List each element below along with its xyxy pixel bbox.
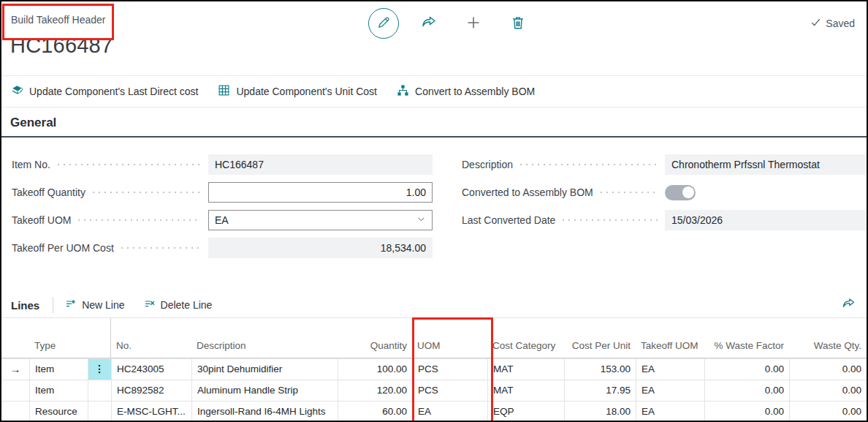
dotted-leader: [563, 219, 658, 221]
row-selector-cell: [1, 401, 29, 422]
cell-takeoff-uom[interactable]: EA: [636, 401, 704, 422]
new-line-label: New Line: [82, 299, 124, 311]
lines-section-heading[interactable]: Lines: [11, 299, 39, 312]
lines-table: Type No. Description Quantity UOM Cost C…: [1, 317, 867, 422]
last-converted-date-label: Last Converted Date: [462, 214, 555, 226]
cell-description[interactable]: Aluminum Handle Strip: [191, 380, 338, 401]
table-row[interactable]: → Item ⋮ HC243005 30pint Dehumidifier 10…: [1, 358, 867, 380]
cell-cost-category[interactable]: MAT: [487, 358, 564, 380]
cell-waste-factor[interactable]: 0.00: [704, 358, 789, 380]
converted-to-assembly-bom-label: Converted to Assembly BOM: [462, 186, 593, 198]
item-no-label: Item No.: [12, 159, 50, 170]
action-label: Convert to Assembly BOM: [415, 86, 535, 97]
header-cell-waste-factor[interactable]: % Waste Factor: [704, 318, 789, 358]
trash-icon: [510, 15, 526, 33]
description-label: Description: [462, 159, 513, 170]
cell-uom[interactable]: EA: [412, 401, 487, 422]
takeoff-uom-label: Takeoff UOM: [12, 214, 71, 226]
cell-takeoff-uom[interactable]: EA: [636, 358, 704, 380]
toggle-knob: [682, 186, 694, 198]
cell-uom[interactable]: PCS: [412, 358, 487, 380]
top-toolbar: [368, 8, 533, 39]
cell-description[interactable]: Ingersoll-Rand I6-4MH Lights: [191, 401, 338, 422]
update-unit-cost-button[interactable]: Update Component's Unit Cost: [218, 84, 377, 99]
cell-waste-qty[interactable]: 0.00: [789, 380, 867, 401]
header-cell-uom[interactable]: UOM: [412, 318, 487, 358]
convert-to-assembly-bom-button[interactable]: Convert to Assembly BOM: [397, 84, 535, 99]
cell-no[interactable]: HC243005: [111, 358, 191, 380]
cell-cost-per-unit[interactable]: 153.00: [564, 358, 636, 380]
header-cell-selector: [1, 318, 29, 358]
table-row[interactable]: Item HC892582 Aluminum Handle Strip 120.…: [1, 380, 867, 401]
delete-record-button[interactable]: [503, 9, 533, 38]
cell-no[interactable]: HC892582: [111, 380, 191, 401]
edit-button[interactable]: [368, 8, 399, 39]
plus-icon: [465, 14, 482, 34]
cell-cost-per-unit[interactable]: 18.00: [564, 401, 636, 422]
cell-quantity[interactable]: 60.00: [338, 401, 412, 422]
toolbar-divider: [53, 297, 53, 313]
takeoff-per-uom-cost-value: 18,534.00: [208, 238, 433, 258]
cell-description[interactable]: 30pint Dehumidifier: [191, 358, 338, 380]
cell-cost-per-unit[interactable]: 17.95: [564, 380, 636, 401]
saved-label: Saved: [826, 18, 855, 29]
share-button[interactable]: [414, 9, 443, 38]
last-converted-date-value: 15/03/2026: [665, 210, 868, 230]
converted-to-assembly-bom-toggle[interactable]: [665, 185, 696, 200]
header-cell-no[interactable]: No.: [111, 318, 191, 358]
cell-cost-category[interactable]: EQP: [487, 401, 564, 422]
dotted-leader: [520, 164, 658, 165]
takeoff-uom-select[interactable]: EA: [208, 210, 433, 230]
new-line-icon: [65, 298, 77, 312]
cell-type[interactable]: Resource: [29, 401, 88, 422]
header-cell-type[interactable]: Type: [29, 318, 88, 358]
cell-waste-qty[interactable]: 0.00: [789, 401, 867, 422]
section-underline: [1, 136, 867, 137]
field-item-no: Item No. HC166487: [12, 154, 433, 175]
header-cell-cost-category[interactable]: Cost Category: [487, 318, 564, 358]
takeoff-quantity-input[interactable]: 1.00: [208, 182, 433, 203]
cell-waste-qty[interactable]: 0.00: [789, 358, 867, 380]
row-menu-button[interactable]: ⋮: [88, 358, 111, 380]
row-menu-cell[interactable]: [88, 401, 111, 422]
build-takeoff-page: Build Takeoff Header HC166487 S: [0, 0, 868, 422]
page-caption: Build Takeoff Header: [11, 14, 105, 26]
row-selector-cell: [1, 380, 29, 401]
delete-line-button[interactable]: Delete Line: [144, 298, 213, 312]
cell-takeoff-uom[interactable]: EA: [636, 380, 704, 401]
header-cell-takeoff-uom[interactable]: Takeoff UOM: [636, 318, 704, 358]
header-cell-quantity[interactable]: Quantity: [338, 318, 412, 358]
cell-uom[interactable]: PCS: [412, 380, 487, 401]
header-cell-cost-per-unit[interactable]: Cost Per Unit: [564, 318, 636, 358]
new-line-button[interactable]: New Line: [65, 298, 124, 312]
chevron-down-icon: [416, 211, 426, 230]
cell-quantity[interactable]: 100.00: [338, 358, 412, 380]
general-section-heading[interactable]: General: [10, 116, 56, 130]
row-menu-cell[interactable]: [88, 380, 111, 401]
cell-waste-factor[interactable]: 0.00: [704, 401, 789, 422]
cell-waste-factor[interactable]: 0.00: [704, 380, 789, 401]
field-converted-to-assembly-bom: Converted to Assembly BOM: [462, 182, 868, 203]
header-cell-waste-qty[interactable]: Waste Qty.: [789, 318, 867, 358]
divider: [1, 107, 867, 108]
cell-type[interactable]: Item: [29, 358, 88, 380]
cell-cost-category[interactable]: MAT: [487, 380, 564, 401]
delete-line-label: Delete Line: [161, 299, 213, 311]
update-last-direct-cost-button[interactable]: Update Component's Last Direct cost: [11, 84, 198, 99]
cell-quantity[interactable]: 120.00: [338, 380, 412, 401]
item-no-value: HC166487: [208, 154, 433, 175]
lines-toolbar: Lines New Line Delete Line: [11, 293, 856, 317]
field-takeoff-per-uom-cost: Takeoff Per UOM Cost 18,534.00: [12, 238, 433, 258]
delete-line-icon: [144, 298, 156, 312]
lines-table-header: Type No. Description Quantity UOM Cost C…: [1, 317, 867, 358]
table-row[interactable]: Resource E-MSC-LGHT... Ingersoll-Rand I6…: [1, 401, 867, 422]
description-value: Chronotherm Prfssnl Thermostat: [665, 154, 868, 175]
header-cell-description[interactable]: Description: [191, 318, 338, 358]
cell-no[interactable]: E-MSC-LGHT...: [111, 401, 191, 422]
takeoff-quantity-label: Takeoff Quantity: [12, 186, 85, 198]
new-record-button[interactable]: [459, 9, 488, 38]
action-label: Update Component's Unit Cost: [236, 86, 377, 97]
cell-type[interactable]: Item: [29, 380, 88, 401]
lines-share-button[interactable]: [841, 296, 856, 314]
field-last-converted-date: Last Converted Date 15/03/2026: [462, 210, 868, 230]
